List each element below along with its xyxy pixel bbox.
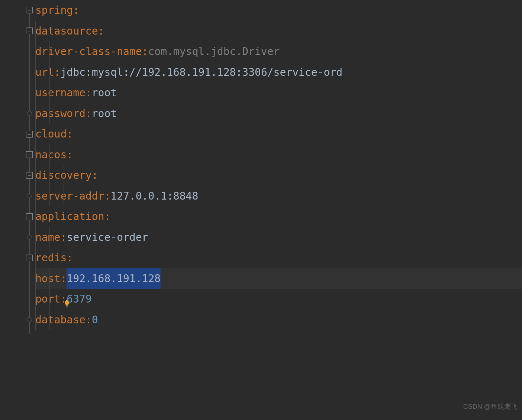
fold-leaf-icon[interactable]: [26, 193, 33, 199]
fold-icon[interactable]: [26, 131, 33, 138]
yaml-key: cloud: [35, 124, 67, 145]
fold-icon[interactable]: [26, 213, 33, 220]
yaml-key: port: [35, 289, 60, 310]
yaml-key: url: [35, 62, 54, 83]
yaml-key: nacos: [35, 145, 67, 165]
yaml-value: root: [92, 83, 117, 103]
editor-gutter: [0, 0, 35, 420]
fold-icon[interactable]: [26, 172, 33, 179]
yaml-key: server-addr: [35, 186, 104, 207]
yaml-key: application: [35, 206, 104, 227]
yaml-key: database: [35, 310, 86, 330]
yaml-key: spring: [35, 0, 73, 21]
code-line[interactable]: nacos:: [35, 145, 522, 165]
code-line[interactable]: cloud:: [35, 124, 522, 145]
code-line[interactable]: port: 6379: [35, 289, 522, 310]
code-line[interactable]: database: 0: [35, 310, 522, 330]
yaml-key: driver-class-name: [35, 41, 142, 62]
fold-icon[interactable]: [26, 7, 33, 13]
code-line[interactable]: url: jdbc:mysql://192.168.191.128:3306/s…: [35, 62, 522, 83]
code-line[interactable]: datasource:: [35, 21, 522, 42]
watermark-text: CSDN @鱼跃鹰飞: [463, 397, 518, 417]
intention-bulb-icon[interactable]: [13, 274, 20, 283]
yaml-value: 0: [92, 310, 98, 330]
yaml-value: root: [92, 103, 117, 124]
code-line[interactable]: discovery:: [35, 165, 522, 186]
yaml-key: host: [35, 268, 60, 289]
yaml-key: redis: [35, 248, 67, 268]
code-line[interactable]: server-addr: 127.0.0.1:8848: [35, 186, 522, 207]
code-content[interactable]: spring: datasource: driver-class-name: c…: [35, 0, 522, 420]
yaml-key: datasource: [35, 21, 98, 42]
fold-icon[interactable]: [26, 28, 33, 34]
yaml-editor: spring: datasource: driver-class-name: c…: [0, 0, 522, 420]
code-line[interactable]: spring:: [35, 0, 522, 21]
yaml-key: password: [35, 103, 86, 124]
code-line[interactable]: name: service-order: [35, 227, 522, 248]
code-line[interactable]: redis:: [35, 248, 522, 268]
code-line[interactable]: username: root: [35, 83, 522, 103]
yaml-value: 127.0.0.1:8848: [110, 186, 198, 207]
code-line-active[interactable]: host: 192.168.191.128: [35, 268, 522, 289]
fold-icon[interactable]: [26, 151, 33, 158]
yaml-value-selected: 192.168.191.128: [67, 268, 161, 289]
fold-icon[interactable]: [26, 255, 33, 261]
yaml-key: name: [35, 227, 60, 248]
fold-leaf-icon[interactable]: [26, 110, 33, 117]
code-line[interactable]: password: root: [35, 103, 522, 124]
yaml-value: com.mysql.jdbc.Driver: [148, 41, 280, 62]
yaml-value: service-order: [67, 227, 148, 248]
yaml-value: jdbc:mysql://192.168.191.128:3306/servic…: [60, 62, 342, 83]
yaml-key: username: [35, 83, 86, 103]
code-line[interactable]: application:: [35, 206, 522, 227]
yaml-value: 6379: [67, 289, 91, 310]
fold-leaf-icon[interactable]: [26, 234, 33, 240]
fold-column: [26, 0, 33, 420]
code-line[interactable]: driver-class-name: com.mysql.jdbc.Driver: [35, 41, 522, 62]
